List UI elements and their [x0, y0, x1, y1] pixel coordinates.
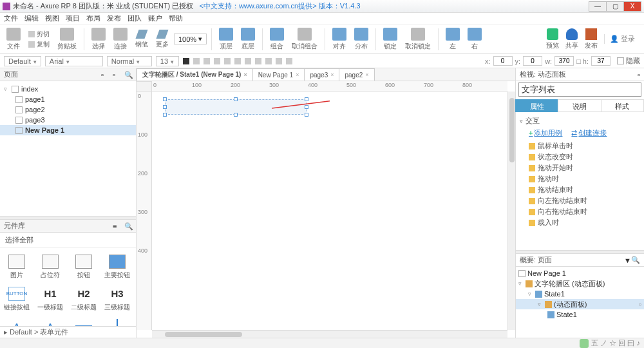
- filter-icon[interactable]: ▼: [624, 256, 631, 264]
- tb-left[interactable]: 左: [443, 28, 462, 51]
- zoom-select[interactable]: 100%▾: [174, 34, 207, 44]
- tree-page[interactable]: page1: [0, 94, 136, 104]
- lib-search-icon[interactable]: 🔍: [124, 222, 132, 230]
- widget-button[interactable]: 按钮: [67, 251, 100, 283]
- menu-project[interactable]: 项目: [66, 14, 80, 23]
- window-minimize[interactable]: —: [589, 1, 607, 12]
- canvas[interactable]: [152, 92, 507, 330]
- outline-page[interactable]: New Page 1: [516, 268, 644, 278]
- tb-unlock[interactable]: 取消锁定: [402, 28, 433, 51]
- canvas-tab[interactable]: New Page 1×: [252, 68, 305, 81]
- tree-page[interactable]: page2: [0, 104, 136, 115]
- add-page-icon[interactable]: ▫: [101, 71, 109, 79]
- tab-notes[interactable]: 说明: [558, 99, 601, 112]
- tb-cut[interactable]: 剪切: [28, 30, 50, 39]
- event-item[interactable]: 拖动时: [520, 173, 640, 184]
- create-link-link[interactable]: ⇄创建连接: [571, 128, 607, 138]
- tab-properties[interactable]: 属性: [515, 99, 558, 112]
- tab-style[interactable]: 样式: [601, 99, 644, 112]
- widget-hline[interactable]: 水平线: [67, 315, 100, 326]
- tb-select[interactable]: 选择: [89, 28, 108, 51]
- canvas-tab[interactable]: page2×: [339, 68, 374, 81]
- tb-share[interactable]: 共享: [565, 28, 578, 50]
- weight-select[interactable]: Normal: [107, 56, 152, 66]
- widget-label[interactable]: A文本标签: [0, 315, 33, 326]
- tb-back[interactable]: 底层: [238, 28, 258, 51]
- add-case-link[interactable]: +添加用例: [529, 128, 562, 138]
- tb-copy[interactable]: 复制: [28, 40, 50, 49]
- canvas-tab[interactable]: page3×: [304, 68, 339, 81]
- color-picker[interactable]: [183, 58, 189, 64]
- tb-dist[interactable]: 分布: [352, 28, 371, 51]
- outline-dp[interactable]: ▿文字轮播区 (动态面板): [516, 278, 644, 289]
- border-btn[interactable]: [234, 58, 241, 64]
- coord-y[interactable]: [523, 56, 542, 66]
- shadow-btn[interactable]: [255, 58, 261, 64]
- outline-dp-selected[interactable]: ▿(动态面板)▫: [516, 299, 644, 309]
- widget-h3[interactable]: H3三级标题: [100, 283, 134, 315]
- event-item[interactable]: 鼠标单击时: [520, 140, 640, 151]
- tb-connect[interactable]: 连接: [111, 28, 130, 51]
- widget-h1[interactable]: H1一级标题: [33, 283, 67, 315]
- add-folder-icon[interactable]: ▫: [113, 71, 120, 79]
- close-icon[interactable]: ×: [243, 72, 247, 78]
- tb-lock[interactable]: 锁定: [381, 28, 400, 51]
- tb-right[interactable]: 右: [465, 28, 484, 51]
- fill-btn[interactable]: [224, 58, 231, 64]
- tb-group[interactable]: 组合: [267, 28, 287, 51]
- menu-help[interactable]: 帮助: [169, 14, 183, 23]
- canvas-tab-active[interactable]: 文字轮播区 / State1 (New Page 1)×: [137, 68, 253, 81]
- tb-more[interactable]: 更多: [153, 30, 171, 49]
- tree-root[interactable]: ▿index: [0, 84, 136, 94]
- style-select[interactable]: Default: [4, 56, 41, 66]
- italic-btn[interactable]: [204, 58, 210, 64]
- widget-h2[interactable]: H2二级标题: [67, 283, 100, 315]
- font-select[interactable]: Arial: [45, 56, 103, 66]
- widget-placeholder[interactable]: 占位符: [33, 251, 67, 283]
- scrollbar-v[interactable]: [507, 92, 515, 330]
- tb-front[interactable]: 顶层: [216, 28, 236, 51]
- hide-checkbox[interactable]: 隐藏: [617, 56, 640, 66]
- size-select[interactable]: 13: [156, 56, 179, 66]
- tree-page-active[interactable]: New Page 1: [0, 125, 136, 135]
- coord-h[interactable]: [591, 56, 611, 66]
- widget-link-button[interactable]: BUTTON链接按钮: [0, 283, 33, 315]
- lib-menu-icon[interactable]: ≡: [113, 222, 120, 230]
- tb-preview[interactable]: 预览: [546, 28, 559, 50]
- event-item[interactable]: 向左拖动结束时: [520, 195, 640, 206]
- event-item[interactable]: 状态改变时: [520, 151, 640, 162]
- tb-pen[interactable]: 钢笔: [133, 30, 151, 49]
- align-r-btn[interactable]: [286, 58, 292, 64]
- scrollbar-h[interactable]: [152, 330, 507, 338]
- inspector-menu-icon[interactable]: ▫: [638, 71, 640, 79]
- tb-publish[interactable]: 发布: [585, 28, 598, 50]
- menu-team[interactable]: 团队: [128, 14, 142, 23]
- widget-vline[interactable]: 垂直线: [100, 315, 134, 326]
- outline-state[interactable]: State1: [516, 309, 644, 320]
- window-close[interactable]: X: [623, 1, 641, 12]
- align-c-btn[interactable]: [276, 58, 282, 64]
- underline-btn[interactable]: [214, 58, 220, 64]
- tb-login[interactable]: 👤 登录: [604, 34, 635, 44]
- menu-publish[interactable]: 发布: [107, 14, 121, 23]
- widget-primary-button[interactable]: 主要按钮: [100, 251, 134, 283]
- event-item[interactable]: 载入时: [520, 217, 640, 228]
- align-l-btn[interactable]: [265, 58, 272, 64]
- coord-x[interactable]: [493, 56, 513, 66]
- search-icon[interactable]: 🔍: [124, 71, 132, 79]
- menu-file[interactable]: 文件: [4, 14, 18, 23]
- tb-ungroup[interactable]: 取消组合: [289, 28, 320, 51]
- event-item[interactable]: 拖动结束时: [520, 184, 640, 195]
- outline-state[interactable]: ▿State1: [516, 289, 644, 299]
- line-btn[interactable]: [245, 58, 251, 64]
- outline-search-icon[interactable]: 🔍: [631, 256, 640, 264]
- widget-image[interactable]: 图片: [0, 251, 33, 283]
- selected-widget[interactable]: [165, 99, 307, 115]
- library-footer[interactable]: ▸ Default > 表单元件: [0, 326, 136, 338]
- widget-name-input[interactable]: 文字列表: [518, 82, 641, 97]
- window-maximize[interactable]: ▢: [606, 1, 624, 12]
- tree-page[interactable]: page3: [0, 115, 136, 125]
- library-select-all[interactable]: 选择全部: [0, 233, 136, 248]
- tb-clipboard[interactable]: 剪贴板: [55, 28, 79, 51]
- tb-align[interactable]: 对齐: [330, 28, 349, 51]
